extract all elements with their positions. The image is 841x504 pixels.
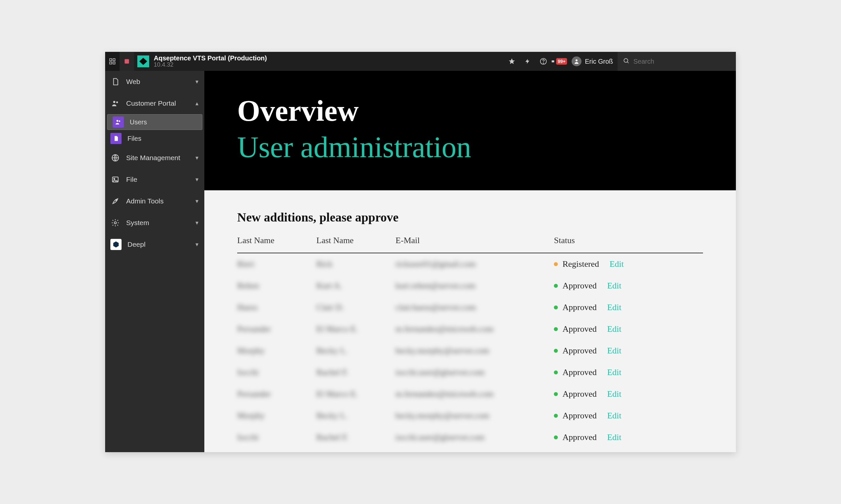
cell-last-name: Morphy [237, 405, 316, 427]
edit-link[interactable]: Edit [607, 346, 621, 356]
status-label: Registered [562, 259, 599, 269]
sidebar-item-label: File [126, 176, 137, 183]
svg-point-14 [119, 121, 120, 122]
cell-last-name: Rehen [237, 275, 316, 296]
status-dot [554, 305, 558, 309]
svg-rect-0 [110, 59, 112, 61]
table-row: RieriRickrickuser01@gmail.comRegisteredE… [237, 253, 703, 275]
gear-icon [110, 218, 120, 228]
favorite-button[interactable] [504, 52, 520, 71]
sidebar-item-web[interactable]: Web ▾ [105, 71, 204, 92]
svg-line-10 [628, 62, 629, 63]
cell-status: ApprovedEdit [554, 340, 703, 362]
cell-first-name: Becky L. [316, 405, 396, 427]
search-input[interactable] [633, 58, 728, 65]
cell-email: iocchi.user@glserver.com [396, 362, 554, 383]
svg-point-17 [114, 178, 115, 179]
status-dot [554, 371, 558, 374]
help-button[interactable] [535, 52, 551, 71]
app-version: 10.4.32 [154, 62, 267, 68]
svg-rect-1 [113, 59, 115, 61]
sidebar-item-admin-tools[interactable]: Admin Tools ▾ [105, 190, 204, 212]
edit-link[interactable]: Edit [607, 303, 621, 312]
cell-first-name: Becky L. [316, 340, 396, 362]
sidebar-item-customer-portal[interactable]: Customer Portal ▴ [105, 92, 204, 114]
svg-point-9 [624, 58, 628, 62]
cell-status: ApprovedEdit [554, 427, 703, 448]
chevron-down-icon: ▾ [195, 198, 199, 205]
sidebar-item-label: Customer Portal [126, 100, 176, 107]
cell-last-name: Persander [237, 318, 316, 340]
cell-status: ApprovedEdit [554, 405, 703, 427]
chevron-down-icon: ▾ [195, 219, 199, 227]
sidebar-item-label: System [126, 219, 149, 227]
files-icon [110, 133, 122, 144]
status-label: Approved [562, 303, 597, 312]
cell-first-name: Kurt A. [316, 275, 396, 296]
edit-link[interactable]: Edit [607, 432, 621, 442]
sidebar-item-label: Files [127, 135, 141, 142]
sidebar-item-site-management[interactable]: Site Management ▾ [105, 147, 204, 169]
svg-point-11 [113, 101, 116, 103]
cell-status: ApprovedEdit [554, 318, 703, 340]
star-icon [508, 58, 515, 65]
global-search[interactable] [618, 52, 736, 71]
sidebar-item-label: Web [126, 78, 140, 86]
sidebar-item-files[interactable]: Files [105, 130, 204, 147]
col-email: E-Mail [396, 236, 554, 253]
sidebar-item-label: Users [130, 119, 147, 126]
cell-first-name: Rachel F. [316, 362, 396, 383]
sidebar-item-users[interactable]: Users [107, 114, 202, 130]
edit-link[interactable]: Edit [610, 259, 623, 269]
status-label: Approved [562, 324, 597, 334]
edit-link[interactable]: Edit [607, 281, 621, 291]
globe-icon [110, 153, 120, 163]
sidebar-item-system[interactable]: System ▾ [105, 212, 204, 234]
status-label: Approved [562, 367, 597, 377]
table-row: IocchiRachel F.iocchi.user@glserver.comA… [237, 427, 703, 448]
notification-badge: 99+ [556, 58, 567, 65]
edit-link[interactable]: Edit [607, 367, 621, 377]
svg-point-13 [117, 120, 119, 122]
status-label: Approved [562, 411, 597, 421]
cell-email: becky.morphy@server.com [396, 340, 554, 362]
sidebar-item-label: Deepl [127, 240, 145, 248]
svg-point-8 [576, 59, 578, 61]
image-icon [110, 175, 120, 184]
person-icon [573, 58, 580, 64]
inbox-icon [551, 58, 554, 65]
users-icon [113, 116, 124, 128]
cell-status: ApprovedEdit [554, 275, 703, 296]
topbar-left: Aqseptence VTS Portal (Production) 10.4.… [105, 52, 267, 71]
chevron-down-icon: ▾ [195, 78, 199, 85]
status-dot [554, 349, 558, 353]
section-title: New additions, please approve [237, 210, 703, 224]
cell-first-name: El Marco E. [316, 383, 396, 405]
main-content: Overview User administration New additio… [204, 71, 736, 452]
svg-point-6 [543, 63, 544, 64]
sidebar-item-file[interactable]: File ▾ [105, 169, 204, 190]
cell-first-name: Rick [316, 253, 396, 275]
cell-status: RegisteredEdit [554, 253, 703, 275]
lightning-button[interactable] [520, 52, 535, 71]
notifications-button[interactable]: 99+ [551, 52, 567, 71]
edit-link[interactable]: Edit [607, 324, 621, 334]
user-menu[interactable]: Eric Groß [567, 52, 618, 71]
apps-grid-button[interactable] [105, 52, 120, 71]
app-logo [137, 55, 149, 67]
status-label: Approved [562, 432, 597, 442]
status-label: Approved [562, 389, 597, 399]
col-last-name: Last Name [237, 236, 316, 253]
table-row: MorphyBecky L.becky.morphy@server.comApp… [237, 405, 703, 427]
context-button[interactable] [120, 52, 134, 71]
svg-rect-4 [124, 59, 129, 63]
sidebar-item-deepl[interactable]: Deepl ▾ [105, 234, 204, 255]
cell-first-name: El Marco E. [316, 318, 396, 340]
edit-link[interactable]: Edit [607, 411, 621, 421]
user-name-label: Eric Groß [585, 58, 613, 65]
status-dot [554, 262, 558, 266]
cell-first-name: Clair D. [316, 296, 396, 318]
status-label: Approved [562, 281, 597, 291]
edit-link[interactable]: Edit [607, 389, 621, 399]
table-row: RehenKurt A.kurt.rehen@server.comApprove… [237, 275, 703, 296]
